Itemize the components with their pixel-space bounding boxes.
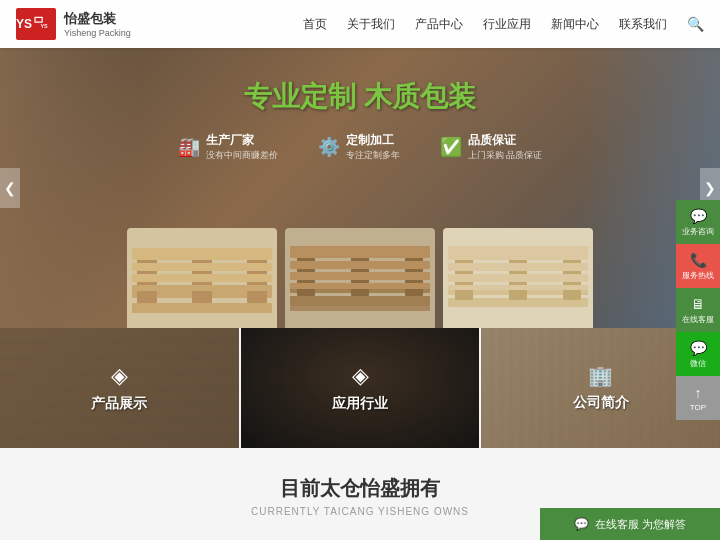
- side-buttons: 💬 业务咨询 📞 服务热线 🖥 在线客服 💬 微信 ↑ TOP: [676, 200, 720, 420]
- consult-icon: 💬: [690, 208, 707, 224]
- svg-rect-12: [132, 285, 272, 291]
- cat2-label: 应用行业: [332, 395, 388, 413]
- cat1-icon: ◈: [111, 363, 128, 389]
- hero-content: 专业定制 木质包装 🏭 生产厂家 没有中间商赚差价 ⚙️ 定制加工 专注定制多年…: [0, 78, 720, 182]
- svg-rect-11: [132, 274, 272, 282]
- cat1-label: 产品展示: [91, 395, 147, 413]
- nav-about[interactable]: 关于我们: [347, 16, 395, 33]
- chat-bar-label: 在线客服 为您解答: [595, 517, 686, 532]
- category-section: ◈ 产品展示 ◈ 应用行业 🏢 公司简介: [0, 328, 720, 448]
- hero-arrow-left[interactable]: ❮: [0, 168, 20, 208]
- svg-rect-29: [448, 263, 588, 271]
- svg-rect-14: [290, 296, 430, 306]
- custom-icon: ⚙️: [318, 136, 340, 158]
- hero-title: 专业定制 木质包装: [244, 78, 476, 116]
- svg-rect-19: [290, 261, 430, 269]
- svg-rect-20: [290, 272, 430, 280]
- side-btn-top[interactable]: ↑ TOP: [676, 376, 720, 420]
- nav-contact[interactable]: 联系我们: [619, 16, 667, 33]
- svg-rect-22: [290, 306, 430, 311]
- main-nav: 首页 关于我们 产品中心 行业应用 新闻中心 联系我们 🔍: [303, 16, 704, 33]
- chat-bar[interactable]: 💬 在线客服 为您解答: [540, 508, 720, 540]
- svg-rect-2: [36, 18, 42, 22]
- svg-rect-5: [132, 303, 272, 313]
- svg-rect-18: [290, 246, 430, 258]
- nav-news[interactable]: 新闻中心: [551, 16, 599, 33]
- feature-manufacturer: 🏭 生产厂家 没有中间商赚差价: [178, 132, 278, 162]
- side-btn-wechat[interactable]: 💬 微信: [676, 332, 720, 376]
- product-img-1: [127, 228, 277, 328]
- category-products[interactable]: ◈ 产品展示: [0, 328, 239, 448]
- svg-rect-30: [448, 274, 588, 282]
- phone-icon: 📞: [690, 252, 707, 268]
- quality-icon: ✅: [440, 136, 462, 158]
- svg-rect-9: [132, 248, 272, 260]
- hero-features: 🏭 生产厂家 没有中间商赚差价 ⚙️ 定制加工 专注定制多年 ✅ 品质保证 上门…: [178, 132, 543, 162]
- feature-quality: ✅ 品质保证 上门采购 品质保证: [440, 132, 543, 162]
- top-icon: ↑: [695, 385, 702, 401]
- product-img-3: [443, 228, 593, 328]
- bottom-title: 目前太仓怡盛拥有: [280, 475, 440, 502]
- feature-custom: ⚙️ 定制加工 专注定制多年: [318, 132, 400, 162]
- product-row: [127, 228, 593, 328]
- svg-text:YS: YS: [40, 23, 48, 29]
- cat3-label: 公司简介: [573, 394, 629, 412]
- nav-products[interactable]: 产品中心: [415, 16, 463, 33]
- monitor-icon: 🖥: [691, 296, 705, 312]
- svg-rect-28: [448, 246, 588, 260]
- product-img-2: [285, 228, 435, 328]
- chat-icon: 💬: [574, 517, 589, 531]
- hero-section: 专业定制 木质包装 🏭 生产厂家 没有中间商赚差价 ⚙️ 定制加工 专注定制多年…: [0, 48, 720, 328]
- side-btn-online[interactable]: 🖥 在线客服: [676, 288, 720, 332]
- cat1-overlay: ◈ 产品展示: [0, 328, 239, 448]
- logo-icon: YS: [16, 8, 56, 40]
- cat3-icon: 🏢: [588, 364, 613, 388]
- cat2-icon: ◈: [352, 363, 369, 389]
- cat2-overlay: ◈ 应用行业: [241, 328, 480, 448]
- bottom-subtitle: CURRENTLY TAICANG YISHENG OWNS: [251, 506, 469, 517]
- header: YS 怡盛包装 Yisheng Packing 首页 关于我们 产品中心 行业应…: [0, 0, 720, 48]
- logo-text: 怡盛包装 Yisheng Packing: [64, 10, 131, 38]
- search-icon[interactable]: 🔍: [687, 16, 704, 32]
- manufacturer-icon: 🏭: [178, 136, 200, 158]
- side-btn-consult[interactable]: 💬 业务咨询: [676, 200, 720, 244]
- svg-rect-21: [290, 283, 430, 289]
- wechat-icon: 💬: [690, 340, 707, 356]
- category-industry[interactable]: ◈ 应用行业: [241, 328, 480, 448]
- svg-rect-10: [132, 263, 272, 271]
- nav-industry[interactable]: 行业应用: [483, 16, 531, 33]
- side-btn-hotline[interactable]: 📞 服务热线: [676, 244, 720, 288]
- logo[interactable]: YS 怡盛包装 Yisheng Packing: [16, 8, 131, 40]
- nav-home[interactable]: 首页: [303, 16, 327, 33]
- svg-rect-31: [448, 285, 588, 290]
